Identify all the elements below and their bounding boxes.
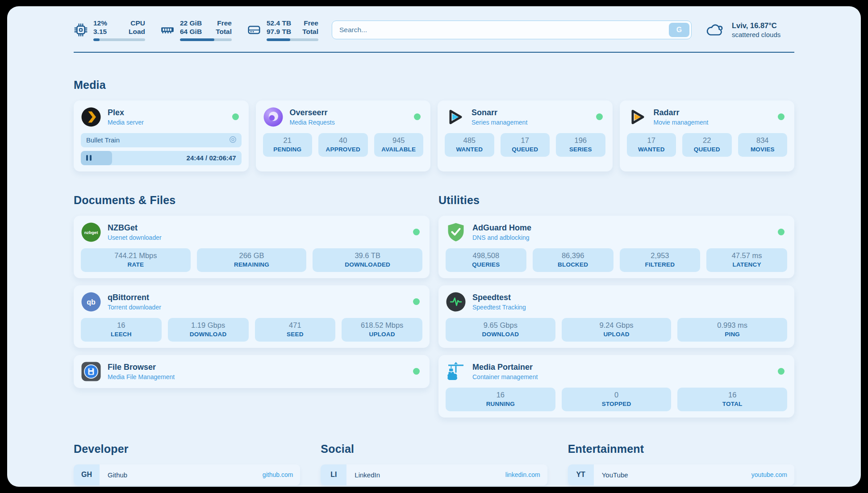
- app-card-overseerr[interactable]: Overseerr Media Requests 21 PENDING 40 A…: [256, 100, 431, 171]
- stat-value: 21: [266, 136, 310, 145]
- stat-chip-seed: 471 SEED: [255, 318, 336, 342]
- app-card-speedtest[interactable]: Speedtest Speedtest Tracking 9.65 Gbps D…: [438, 285, 794, 348]
- status-online-dot: [232, 113, 239, 120]
- stat-value: 47.57 ms: [709, 251, 785, 260]
- stat-chip-leech: 16 LEECH: [81, 318, 162, 342]
- app-description: Speedtest Tracking: [472, 304, 526, 311]
- stat-value: 17: [630, 136, 674, 145]
- memory-progress-track: [180, 38, 232, 41]
- stat-value: 9.65 Gbps: [448, 321, 553, 330]
- stat-chip-blocked: 86,396 BLOCKED: [533, 248, 613, 272]
- stat-chip-downloaded: 39.6 TB DOWNLOADED: [313, 248, 422, 272]
- link-github[interactable]: GH Github github.com: [74, 464, 300, 485]
- app-card-portainer[interactable]: Media Portainer Container management 16 …: [438, 355, 794, 418]
- stat-label: FILTERED: [622, 261, 698, 268]
- stat-value: 16: [83, 321, 159, 330]
- overseerr-icon: [263, 107, 284, 127]
- stat-value: 471: [258, 321, 333, 330]
- disk-icon: [247, 23, 261, 37]
- stat-value: 17: [503, 136, 547, 145]
- stat-value: 945: [377, 136, 421, 145]
- status-online-dot: [778, 368, 785, 375]
- status-online-dot: [413, 229, 420, 235]
- memory-label-bottom: Total: [216, 27, 232, 36]
- stat-chip-rate: 744.21 Mbps RATE: [81, 248, 191, 272]
- disk-progress-bar: [267, 38, 290, 41]
- sonarr-icon: [445, 107, 465, 127]
- stat-chip-download: 9.65 Gbps DOWNLOAD: [446, 318, 555, 342]
- stat-label: UPLOAD: [344, 331, 420, 338]
- section-title-developer: Developer: [74, 443, 300, 455]
- app-name: AdGuard Home: [472, 223, 531, 233]
- memory-total-value: 64 GiB: [180, 27, 202, 36]
- qbittorrent-icon: qb: [81, 292, 101, 312]
- stat-chip-running: 16 RUNNING: [446, 388, 555, 411]
- memory-free-value: 22 GiB: [180, 19, 202, 27]
- memory-progress-bar: [180, 38, 214, 41]
- link-url: github.com: [263, 471, 293, 478]
- link-youtube[interactable]: YT YouTube youtube.com: [568, 464, 794, 485]
- app-card-qbittorrent[interactable]: qb qBittorrent Torrent downloader: [74, 285, 430, 348]
- stat-value: 834: [741, 136, 785, 145]
- status-online-dot: [596, 113, 603, 120]
- stat-chip-wanted: 17 WANTED: [627, 133, 676, 157]
- stat-label: PENDING: [266, 146, 310, 153]
- playback-progress-bar: [81, 151, 112, 165]
- stat-value: 618.52 Mbps: [344, 321, 420, 330]
- app-card-filebrowser[interactable]: File Browser Media File Management: [74, 355, 430, 388]
- stat-value: 498,508: [448, 251, 524, 260]
- stat-chip-latency: 47.57 ms LATENCY: [706, 248, 787, 272]
- app-name: File Browser: [108, 363, 175, 372]
- stat-label: DOWNLOADED: [315, 261, 420, 268]
- app-card-adguard[interactable]: AdGuard Home DNS and adblocking 498,508 …: [438, 216, 794, 278]
- stat-label: REMAINING: [200, 261, 304, 268]
- stat-chip-upload: 9.24 Gbps UPLOAD: [562, 318, 672, 342]
- stat-label: RUNNING: [448, 401, 553, 407]
- app-card-nzbget[interactable]: nzbget NZBGet Usenet downloader 74: [74, 216, 430, 278]
- cpu-progress-track: [93, 38, 145, 41]
- cpu-label-top: CPU: [130, 19, 145, 27]
- stat-label: QUEUED: [685, 146, 729, 153]
- link-url: linkedin.com: [505, 471, 540, 478]
- disk-label-top: Free: [304, 19, 318, 27]
- plex-icon: [81, 107, 101, 127]
- stat-label: WANTED: [630, 146, 674, 153]
- stat-value: 744.21 Mbps: [83, 251, 188, 260]
- status-online-dot: [778, 113, 785, 120]
- stat-value: 40: [321, 136, 365, 145]
- weather-location: Lviv, 16.87°C: [732, 21, 780, 30]
- search-bar: G: [332, 21, 692, 39]
- stat-chip-ping: 0.993 ms PING: [677, 318, 787, 342]
- search-engine-button[interactable]: G: [669, 23, 689, 37]
- stat-label: WANTED: [447, 146, 492, 153]
- portainer-icon: [446, 361, 466, 382]
- section-title-media: Media: [74, 79, 794, 92]
- search-input[interactable]: [332, 21, 692, 39]
- app-card-radarr[interactable]: Radarr Movie management 17 WANTED 22 QUE…: [620, 100, 795, 171]
- stat-chip-stopped: 0 STOPPED: [562, 388, 672, 411]
- section-title-social: Social: [321, 443, 547, 455]
- stat-value: 9.24 Gbps: [564, 321, 669, 330]
- memory-label-top: Free: [217, 19, 232, 27]
- app-card-plex[interactable]: Plex Media server Bullet Train: [74, 100, 249, 171]
- stat-label: BLOCKED: [535, 261, 611, 268]
- link-linkedin[interactable]: LI LinkedIn linkedin.com: [321, 464, 547, 485]
- section-media: Media Plex Media server: [74, 79, 794, 171]
- pause-icon: [86, 155, 92, 161]
- link-url: youtube.com: [751, 471, 787, 478]
- header-divider: [74, 52, 794, 53]
- disk-free-value: 52.4 TB: [267, 19, 291, 27]
- section-social: Social LI LinkedIn linkedin.com TW Twitt…: [321, 443, 547, 487]
- stat-chip-approved: 40 APPROVED: [318, 133, 368, 157]
- app-description: Series management: [472, 119, 527, 126]
- link-badge: YT: [568, 464, 594, 485]
- stat-label: SEED: [258, 331, 333, 338]
- app-description: Movie management: [654, 119, 709, 126]
- section-utilities: Utilities AdGuard Home: [438, 194, 794, 418]
- app-card-sonarr[interactable]: Sonarr Series management 485 WANTED 17 Q…: [438, 100, 613, 171]
- stat-value: 485: [447, 136, 492, 145]
- stat-chip-queries: 498,508 QUERIES: [446, 248, 526, 272]
- app-description: Media File Management: [108, 373, 175, 380]
- stat-label: QUEUED: [503, 146, 547, 153]
- stat-label: PING: [680, 331, 785, 338]
